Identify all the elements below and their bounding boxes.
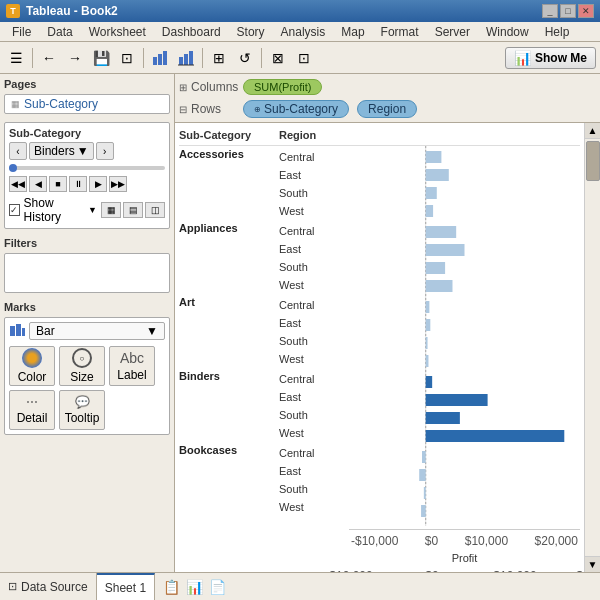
- marks-size-button[interactable]: ○ Size: [59, 346, 105, 386]
- scroll-thumb[interactable]: [586, 141, 600, 181]
- toolbar-filter-icon[interactable]: ⊞: [207, 46, 231, 70]
- toolbar-back-icon[interactable]: ←: [37, 46, 61, 70]
- play-fwd-button[interactable]: ▶▶: [109, 176, 127, 192]
- playback-row: ◀◀ ◀ ■ ⏸ ▶ ▶▶: [9, 176, 165, 192]
- rows-pill-region-label: Region: [368, 102, 406, 116]
- toolbar-forward-icon[interactable]: →: [63, 46, 87, 70]
- marks-type-select[interactable]: Bar ▼: [29, 322, 165, 340]
- bar-accessories-west: [426, 205, 433, 217]
- show-me-chart-icon: 📊: [514, 50, 531, 66]
- axis-title: Profit: [349, 552, 580, 564]
- subcategory-value: Binders: [34, 144, 75, 158]
- size-label: Size: [70, 370, 93, 384]
- menu-analysis[interactable]: Analysis: [273, 22, 334, 42]
- tab-sheet1[interactable]: Sheet 1: [97, 573, 155, 601]
- play-pause-button[interactable]: ⏸: [69, 176, 87, 192]
- subcategory-dropdown[interactable]: Binders ▼: [29, 142, 94, 160]
- toolbar-present-icon[interactable]: ⊡: [292, 46, 316, 70]
- toolbar-menu-icon[interactable]: ☰: [4, 46, 28, 70]
- marks-tooltip-button[interactable]: 💬 Tooltip: [59, 390, 105, 430]
- subcategory-controls: ‹ Binders ▼ ›: [9, 142, 165, 160]
- menu-dashboard[interactable]: Dashboard: [154, 22, 229, 42]
- toolbar: ☰ ← → 💾 ⊡ ⊞ ↺ ⊠ ⊡ 📊 Show Me: [0, 42, 600, 74]
- bar-bookcases-south: [424, 487, 426, 499]
- maximize-button[interactable]: □: [560, 4, 576, 18]
- tooltip-icon: 💬: [75, 395, 90, 409]
- chart-container: Sub-Category Region Accessories Ce: [175, 123, 600, 572]
- toolbar-refresh-icon[interactable]: ↺: [233, 46, 257, 70]
- history-mode3-button[interactable]: ◫: [145, 202, 165, 218]
- tab-data-source[interactable]: ⊡ Data Source: [0, 573, 97, 601]
- show-history-label: Show History: [24, 196, 85, 224]
- new-story-icon[interactable]: 📄: [209, 579, 226, 595]
- show-me-button[interactable]: 📊 Show Me: [505, 47, 596, 69]
- menu-story[interactable]: Story: [229, 22, 273, 42]
- columns-grid-icon: ⊞: [179, 82, 187, 93]
- app-title: Tableau - Book2: [26, 4, 118, 18]
- header-region: Region: [279, 129, 349, 141]
- toolbar-save-icon[interactable]: 💾: [89, 46, 113, 70]
- menu-window[interactable]: Window: [478, 22, 537, 42]
- tick-neg10k: -$10,000: [351, 534, 398, 548]
- new-dashboard-icon[interactable]: 📊: [186, 579, 203, 595]
- toolbar-chart2-icon[interactable]: [174, 46, 198, 70]
- play-prev-button[interactable]: ◀: [29, 176, 47, 192]
- size-icon: ○: [72, 348, 92, 368]
- slider-track[interactable]: [9, 166, 165, 170]
- menu-help[interactable]: Help: [537, 22, 578, 42]
- bar-appliances-west: [426, 280, 453, 292]
- play-back-button[interactable]: ◀◀: [9, 176, 27, 192]
- marks-label-button[interactable]: Abc Label: [109, 346, 155, 386]
- rows-pill-subcategory[interactable]: ⊕ Sub-Category: [243, 100, 349, 118]
- tick-20k: $20,000: [535, 534, 578, 548]
- bar-binders-east: [426, 394, 488, 406]
- rows-pill-region[interactable]: Region: [357, 100, 417, 118]
- axis-spacer: -$10,000 $0 $10,000 $20,000 Profit: [179, 529, 580, 572]
- marks-color-button[interactable]: Color: [9, 346, 55, 386]
- marks-detail-button[interactable]: ⋯ Detail: [9, 390, 55, 430]
- menu-worksheet[interactable]: Worksheet: [81, 22, 154, 42]
- chart-inner: Sub-Category Region Accessories Ce: [175, 123, 584, 572]
- bar-bookcases-central: [422, 451, 426, 463]
- rows-pill-icon-1: ⊕: [254, 105, 261, 114]
- history-mode1-button[interactable]: ▦: [101, 202, 121, 218]
- menu-map[interactable]: Map: [333, 22, 372, 42]
- menu-server[interactable]: Server: [427, 22, 478, 42]
- toolbar-print-icon[interactable]: ⊡: [115, 46, 139, 70]
- bar-art-west: [426, 355, 429, 367]
- subcategory-next-button[interactable]: ›: [96, 142, 114, 160]
- play-next-button[interactable]: ▶: [89, 176, 107, 192]
- show-history-checkbox[interactable]: [9, 204, 20, 216]
- chart-labels-col: Accessories Central East South West: [179, 146, 349, 529]
- scroll-up-button[interactable]: ▲: [585, 123, 601, 139]
- detail-label: Detail: [17, 411, 48, 425]
- chart-scroll[interactable]: Sub-Category Region Accessories Ce: [175, 123, 584, 572]
- menu-format[interactable]: Format: [373, 22, 427, 42]
- svg-rect-3: [179, 57, 183, 65]
- history-mode2-button[interactable]: ▤: [123, 202, 143, 218]
- filters-box: [4, 253, 170, 293]
- show-me-label: Show Me: [535, 51, 587, 65]
- toolbar-chart1-icon[interactable]: [148, 46, 172, 70]
- app-icon: T: [6, 4, 20, 18]
- menu-data[interactable]: Data: [39, 22, 80, 42]
- close-button[interactable]: ✕: [578, 4, 594, 18]
- play-stop-button[interactable]: ■: [49, 176, 67, 192]
- header-subcategory: Sub-Category: [179, 129, 279, 141]
- sheet1-label: Sheet 1: [105, 581, 146, 595]
- menu-file[interactable]: File: [4, 22, 39, 42]
- tick-10k: $10,000: [465, 534, 508, 548]
- columns-pill-profit[interactable]: SUM(Profit): [243, 79, 322, 95]
- detail-icon: ⋯: [26, 395, 38, 409]
- window-controls[interactable]: _ □ ✕: [542, 4, 594, 18]
- new-sheet-icon[interactable]: 📋: [163, 579, 180, 595]
- bar-accessories-south: [426, 187, 437, 199]
- minimize-button[interactable]: _: [542, 4, 558, 18]
- toolbar-sep-4: [261, 48, 262, 68]
- scroll-down-button[interactable]: ▼: [585, 556, 601, 572]
- pages-card[interactable]: ▦ Sub-Category: [4, 94, 170, 114]
- subcategory-section: Sub-Category ‹ Binders ▼ › ◀◀ ◀: [4, 122, 170, 229]
- toolbar-layout-icon[interactable]: ⊠: [266, 46, 290, 70]
- chart-bars-area: -$10,000 $0 $10,000 $20,000: [349, 146, 580, 529]
- subcategory-prev-button[interactable]: ‹: [9, 142, 27, 160]
